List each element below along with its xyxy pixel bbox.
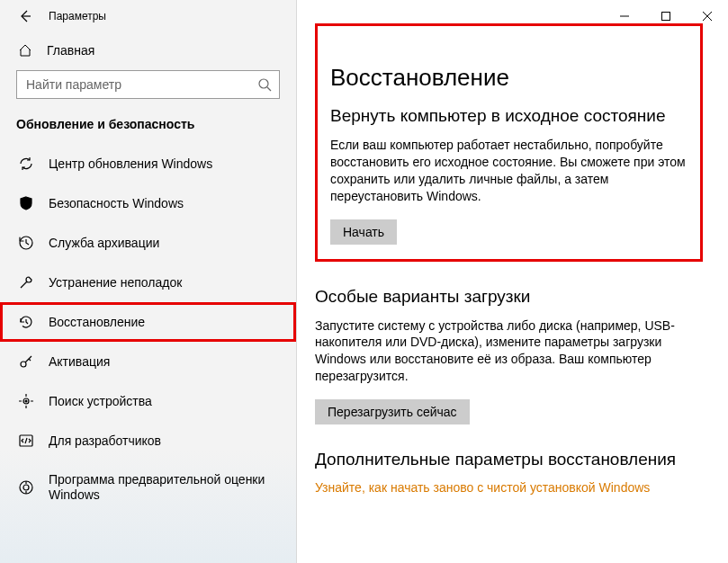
sidebar-item-windows-update[interactable]: Центр обновления Windows [0,144,296,183]
reset-start-button[interactable]: Начать [330,219,397,245]
sidebar-item-label: Программа предварительной оценки Windows [49,472,278,503]
sidebar-item-label: Поиск устройства [49,394,152,408]
restart-now-button[interactable]: Перезагрузить сейчас [315,399,470,424]
more-heading: Дополнительные параметры восстановления [315,450,703,469]
sidebar-item-label: Устранение неполадок [49,275,182,290]
wrench-icon [18,274,34,290]
sidebar-item-activation[interactable]: Активация [0,342,296,381]
sidebar-item-recovery[interactable]: Восстановление [0,302,296,342]
search-input[interactable] [16,70,280,99]
sidebar-item-developers[interactable]: Для разработчиков [0,421,296,460]
key-icon [18,353,34,370]
advanced-body: Запустите систему с устройства либо диск… [315,317,703,386]
sidebar-item-home[interactable]: Главная [0,32,296,67]
nav-list: Центр обновления Windows Безопасность Wi… [0,144,296,514]
close-button[interactable] [687,4,728,29]
svg-point-4 [25,400,27,402]
sidebar-item-label: Безопасность Windows [49,196,184,210]
page-title: Восстановление [330,64,688,92]
reset-heading: Вернуть компьютер в исходное состояние [330,106,688,126]
advanced-startup-section: Особые варианты загрузки Запустите систе… [315,287,703,425]
sync-icon [18,156,34,172]
sidebar-item-label: Центр обновления Windows [49,156,212,171]
sidebar-item-security[interactable]: Безопасность Windows [0,183,296,223]
svg-point-7 [23,485,29,490]
more-recovery-section: Дополнительные параметры восстановления … [315,450,703,495]
code-icon [18,433,34,449]
search-icon [257,77,272,92]
history-icon [18,314,34,330]
window-controls [604,4,728,29]
home-label: Главная [47,43,94,58]
content-area: Восстановление Вернуть компьютер в исход… [297,0,728,563]
home-icon [18,43,32,58]
advanced-heading: Особые варианты загрузки [315,287,703,307]
sidebar-item-label: Восстановление [49,315,145,329]
insider-icon [18,479,34,496]
sidebar-item-troubleshoot[interactable]: Устранение неполадок [0,263,296,302]
minimize-button[interactable] [604,4,645,29]
reset-pc-section: Восстановление Вернуть компьютер в исход… [315,23,703,262]
reset-body: Если ваш компьютер работает нестабильно,… [330,137,688,205]
svg-rect-8 [662,13,670,21]
locate-icon [18,393,34,409]
shield-icon [18,195,34,211]
sidebar-section-title: Обновление и безопасность [0,99,296,144]
sidebar: Параметры Главная Обновление и безопасно… [0,0,297,563]
sidebar-item-label: Служба архивации [49,236,159,250]
titlebar-text: Параметры [49,10,106,22]
titlebar: Параметры [0,0,296,32]
backup-icon [18,235,34,251]
maximize-button[interactable] [645,4,687,29]
back-icon[interactable] [18,9,32,23]
sidebar-item-label: Для разработчиков [49,433,161,448]
svg-point-0 [259,79,268,88]
sidebar-item-label: Активация [49,354,110,369]
sidebar-item-backup[interactable]: Служба архивации [0,223,296,263]
fresh-start-link[interactable]: Узнайте, как начать заново с чистой уста… [315,480,650,495]
sidebar-item-insider[interactable]: Программа предварительной оценки Windows [0,460,296,514]
sidebar-item-find-device[interactable]: Поиск устройства [0,381,296,421]
